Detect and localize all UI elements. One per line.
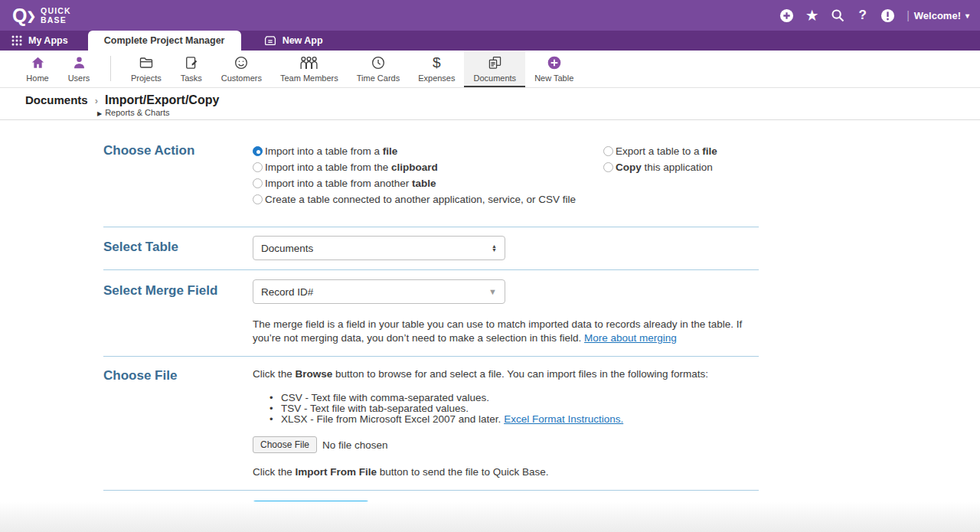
format-list: • CSV - Text file with comma-separated v… <box>270 393 759 425</box>
star-icon[interactable]: ★ <box>799 5 825 25</box>
nav-item-expenses[interactable]: $ Expenses <box>409 51 464 87</box>
tab-new-app[interactable]: New App <box>250 31 337 51</box>
logo-q-icon: Q <box>12 6 26 25</box>
search-icon[interactable] <box>825 5 850 25</box>
clipboard-pencil-icon <box>184 54 199 71</box>
section-select-merge-field: Select Merge Field Record ID# ▼ The merg… <box>103 270 759 357</box>
home-icon <box>30 54 46 71</box>
nav-item-label: Team Members <box>280 73 338 83</box>
bullet-icon: • <box>270 403 281 414</box>
file-input-row: Choose File No file chosen <box>253 436 759 453</box>
list-item-xlsx: • XLSX - File from Microsoft Excel 2007 … <box>270 414 759 425</box>
radio-copy-application[interactable]: Copy this application <box>603 159 717 175</box>
nav-item-tasks[interactable]: Tasks <box>171 51 212 87</box>
nav-item-projects[interactable]: Projects <box>122 51 171 87</box>
nav-item-label: Home <box>26 73 48 83</box>
new-app-box-icon <box>264 34 276 47</box>
nav-item-label: Expenses <box>418 73 455 83</box>
choose-file-outro: Click the Import From File button to sen… <box>253 466 759 478</box>
nav-item-team-members[interactable]: Team Members <box>271 51 348 87</box>
excel-format-instructions-link[interactable]: Excel Format Instructions. <box>504 413 623 425</box>
documents-icon <box>487 54 503 71</box>
section-title: Select Merge Field <box>103 279 253 299</box>
section-select-table: Select Table Documents ▲▼ <box>103 227 759 270</box>
page-title: Import/Export/Copy <box>105 93 219 107</box>
radio-button-icon <box>603 162 613 172</box>
radio-import-from-table[interactable]: Import into a table from another table <box>253 175 603 191</box>
nav-item-time-cards[interactable]: Time Cards <box>348 51 409 87</box>
people-icon <box>299 54 318 71</box>
header-separator: | <box>906 9 910 21</box>
bullet-icon: • <box>270 414 281 425</box>
breadcrumb: Documents › Import/Export/Copy ▶Reports … <box>0 88 980 120</box>
radio-button-icon <box>253 146 263 156</box>
top-bar: Q ❯ QUICK BASE ★ ? | Welcome! ▾ <box>0 0 980 31</box>
merge-field-select-value: Record ID# <box>261 286 488 298</box>
smiley-icon <box>234 54 249 71</box>
nav-divider <box>110 56 111 81</box>
table-select-value: Documents <box>261 243 492 254</box>
nav-item-label: Documents <box>473 73 516 83</box>
logo-chevron-icon: ❯ <box>26 9 36 23</box>
nav-item-users[interactable]: Users <box>58 51 100 87</box>
file-status-text: No file chosen <box>322 439 388 451</box>
breadcrumb-table-link[interactable]: Documents <box>25 93 88 106</box>
radio-create-connected-table[interactable]: Create a table connected to another appl… <box>253 191 603 207</box>
section-choose-file: Choose File Click the Browse button to b… <box>103 357 759 491</box>
radio-button-icon <box>603 146 613 156</box>
table-select[interactable]: Documents ▲▼ <box>253 236 505 260</box>
nav-item-documents[interactable]: Documents <box>464 51 525 87</box>
table-nav-bar: Home Users Projects Tasks Customers Team… <box>0 51 980 88</box>
nav-item-label: Customers <box>221 73 262 83</box>
quickbase-logo[interactable]: Q ❯ QUICK BASE <box>12 6 71 25</box>
user-menu[interactable]: Welcome! ▾ <box>914 10 969 21</box>
radio-export-table[interactable]: Export a table to a file <box>603 143 717 159</box>
add-circle-icon[interactable] <box>774 5 799 25</box>
section-choose-action: Choose Action Import into a table from a… <box>103 120 759 227</box>
nav-item-label: Projects <box>131 73 162 83</box>
chevron-down-icon: ▾ <box>965 11 969 20</box>
more-about-merging-link[interactable]: More about merging <box>584 332 677 344</box>
merge-field-select[interactable]: Record ID# ▼ <box>253 279 505 304</box>
user-icon <box>72 54 87 71</box>
tab-active-app[interactable]: Complete Project Manager <box>88 31 241 51</box>
select-stepper-icon: ▲▼ <box>492 244 497 252</box>
bullet-icon: • <box>270 393 281 403</box>
page-footer <box>0 501 980 532</box>
radio-button-icon <box>253 194 263 204</box>
alert-icon[interactable] <box>875 5 900 25</box>
user-menu-label: Welcome! <box>914 10 961 21</box>
help-icon[interactable]: ? <box>850 5 875 25</box>
dollar-icon: $ <box>433 54 441 71</box>
choose-file-button[interactable]: Choose File <box>253 436 317 453</box>
tab-new-app-label: New App <box>283 35 323 46</box>
breadcrumb-separator: › <box>95 95 98 106</box>
nav-item-customers[interactable]: Customers <box>212 51 271 87</box>
triangle-right-icon: ▶ <box>97 110 102 117</box>
nav-item-label: Time Cards <box>357 73 400 83</box>
nav-item-home[interactable]: Home <box>17 51 58 87</box>
nav-item-label: New Table <box>534 73 573 83</box>
tab-active-app-label: Complete Project Manager <box>104 35 225 46</box>
clock-icon <box>371 54 386 71</box>
radio-button-icon <box>253 178 263 188</box>
grid-icon <box>11 35 22 46</box>
list-item-tsv: • TSV - Text file with tab-separated val… <box>270 403 759 414</box>
radio-import-from-clipboard[interactable]: Import into a table from the clipboard <box>253 159 603 175</box>
logo-line2: BASE <box>41 15 71 24</box>
nav-item-label: Tasks <box>181 73 202 83</box>
main-content: Choose Action Import into a table from a… <box>103 120 759 524</box>
nav-item-new-table[interactable]: New Table <box>525 51 583 87</box>
radio-button-icon <box>253 162 263 172</box>
tab-my-apps-label: My Apps <box>28 35 68 46</box>
folder-icon <box>138 54 155 71</box>
chevron-down-icon: ▼ <box>488 287 497 296</box>
app-tab-bar: My Apps Complete Project Manager New App <box>0 31 980 51</box>
merge-field-description: The merge field is a field in your table… <box>253 318 750 345</box>
reports-charts-link[interactable]: ▶Reports & Charts <box>97 107 980 117</box>
radio-import-from-file[interactable]: Import into a table from a file <box>253 143 603 159</box>
tab-my-apps[interactable]: My Apps <box>0 31 82 51</box>
section-title: Choose Action <box>103 143 253 207</box>
plus-circle-icon <box>547 54 562 71</box>
section-title: Choose File <box>103 364 253 383</box>
